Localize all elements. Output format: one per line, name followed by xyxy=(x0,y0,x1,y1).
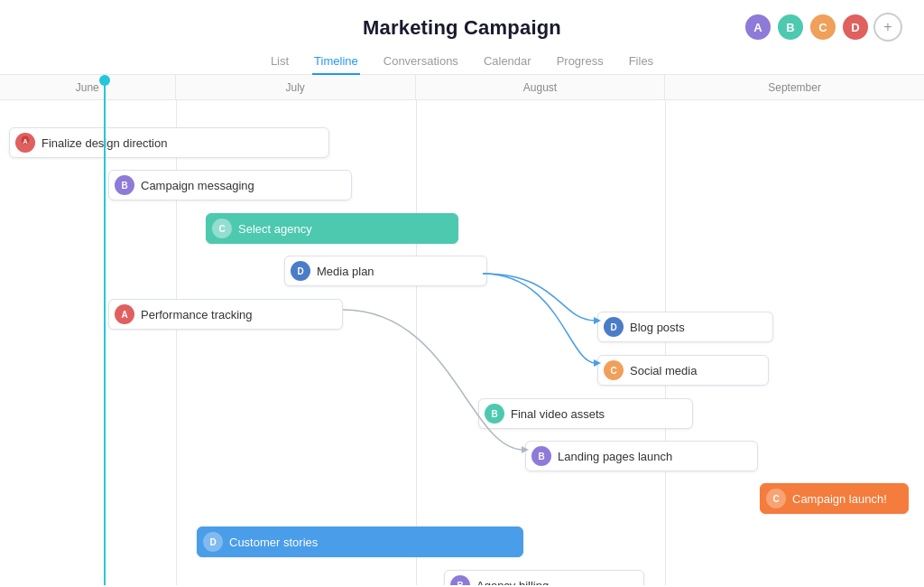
task-media-plan[interactable]: D Media plan xyxy=(284,256,487,286)
month-september: September xyxy=(665,75,924,99)
month-headers: June July August September xyxy=(0,75,924,100)
task-avatar-select-agency: C xyxy=(212,219,232,238)
time-indicator xyxy=(104,75,106,585)
month-june: June xyxy=(0,75,176,99)
task-final-video[interactable]: B Final video assets xyxy=(478,398,693,429)
avatar-3[interactable]: C xyxy=(808,13,837,42)
tab-calendar[interactable]: Calendar xyxy=(482,49,533,75)
tab-list[interactable]: List xyxy=(269,49,291,75)
task-avatar-campaign-msg: B xyxy=(115,175,134,195)
task-label-perf: Performance tracking xyxy=(141,308,253,321)
avatar-4[interactable]: D xyxy=(841,13,870,42)
tab-timeline[interactable]: Timeline xyxy=(312,49,360,75)
add-member-button[interactable]: + xyxy=(873,13,902,42)
task-label-campaign-msg: Campaign messaging xyxy=(141,179,254,192)
task-label-launch: Campaign launch! xyxy=(792,492,887,506)
tab-conversations[interactable]: Conversations xyxy=(382,49,460,75)
task-label-media-plan: Media plan xyxy=(317,265,374,278)
task-avatar-video: B xyxy=(485,404,504,424)
task-social-media[interactable]: C Social media xyxy=(597,355,769,386)
task-label-video: Final video assets xyxy=(511,407,605,421)
task-avatar-stories: D xyxy=(203,532,223,552)
task-label-social: Social media xyxy=(630,364,697,377)
month-august: August xyxy=(416,75,665,99)
task-avatar-landing: B xyxy=(531,446,551,466)
task-avatar-launch: C xyxy=(766,489,786,508)
task-label-stories: Customer stories xyxy=(229,536,318,549)
avatar-1[interactable]: A xyxy=(744,13,772,42)
task-avatar-social: C xyxy=(604,360,624,380)
avatar-2[interactable]: B xyxy=(776,13,805,42)
task-agency-billing[interactable]: B Agency billing xyxy=(444,570,644,585)
task-blog-posts[interactable]: D Blog posts xyxy=(597,312,773,342)
month-july: July xyxy=(176,75,416,99)
task-finalize-design[interactable]: A Finalize design direction xyxy=(9,127,329,158)
task-performance-tracking[interactable]: A Performance tracking xyxy=(108,299,343,330)
timeline-area: June July August September xyxy=(0,75,924,585)
tab-progress[interactable]: Progress xyxy=(555,49,605,75)
header: Marketing Campaign A B C D + List Timeli… xyxy=(0,0,924,75)
task-campaign-messaging[interactable]: B Campaign messaging xyxy=(108,170,352,200)
task-campaign-launch[interactable]: C Campaign launch! xyxy=(760,483,909,514)
task-label-billing: Agency billing xyxy=(476,579,549,586)
task-label-select-agency: Select agency xyxy=(238,222,312,236)
task-avatar-billing: B xyxy=(450,575,470,585)
task-label-landing: Landing pages launch xyxy=(558,450,672,463)
tab-files[interactable]: Files xyxy=(627,49,655,75)
task-select-agency[interactable]: C Select agency xyxy=(206,213,458,244)
header-avatars: A B C D + xyxy=(744,13,902,42)
svg-text:A: A xyxy=(23,138,27,144)
nav-tabs: List Timeline Conversations Calendar Pro… xyxy=(0,49,924,75)
task-avatar-media-plan: D xyxy=(291,261,310,281)
task-avatar-blog: D xyxy=(604,317,624,337)
task-avatar-finalize: A xyxy=(15,133,35,153)
task-avatar-perf: A xyxy=(115,304,134,324)
time-indicator-dot xyxy=(99,75,110,86)
task-label-blog: Blog posts xyxy=(630,321,685,334)
task-customer-stories[interactable]: D Customer stories xyxy=(197,526,523,557)
task-landing-pages[interactable]: B Landing pages launch xyxy=(525,441,758,471)
app-container: Marketing Campaign A B C D + List Timeli… xyxy=(0,0,924,587)
